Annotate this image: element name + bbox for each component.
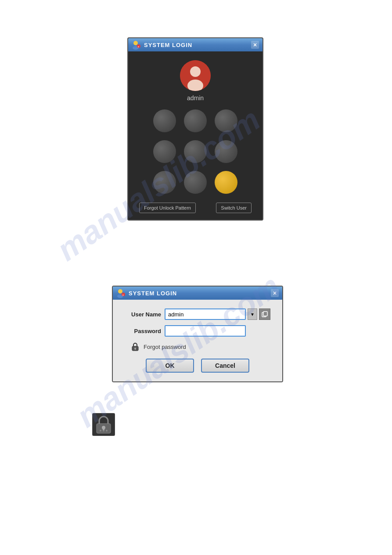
password-title-icon: + xyxy=(116,288,126,298)
username-dropdown-arrow[interactable]: ▼ xyxy=(248,308,257,320)
cancel-button[interactable]: Cancel xyxy=(201,359,249,373)
password-dialog-body: User Name ▼ Password xyxy=(113,300,282,381)
title-icon: + xyxy=(132,40,141,50)
pattern-dot-2[interactable] xyxy=(215,109,237,132)
svg-point-20 xyxy=(100,430,101,432)
password-login-dialog: + SYSTEM LOGIN × User Name ▼ Passwor xyxy=(112,286,283,382)
password-row: Password xyxy=(122,325,273,337)
username-input-wrapper: ▼ xyxy=(165,308,273,320)
svg-text:+: + xyxy=(138,45,140,48)
standalone-lock-svg xyxy=(92,413,115,436)
username-input[interactable] xyxy=(165,308,246,320)
pattern-dialog-title: SYSTEM LOGIN xyxy=(144,42,192,48)
copy-icon[interactable] xyxy=(259,308,270,320)
switch-user-button[interactable]: Switch User xyxy=(216,203,252,213)
forgot-password-link[interactable]: Forgot password xyxy=(144,344,186,350)
svg-point-21 xyxy=(103,430,104,432)
svg-point-22 xyxy=(106,430,108,432)
pattern-dialog-close[interactable]: × xyxy=(251,41,259,49)
password-dialog-close[interactable]: × xyxy=(271,289,279,297)
pattern-footer: Forgot Unlock Pattern Switch User xyxy=(137,203,254,213)
svg-rect-15 xyxy=(135,348,136,350)
username-label: User Name xyxy=(122,311,161,318)
svg-text:+: + xyxy=(122,294,124,296)
pattern-dot-1[interactable] xyxy=(184,109,207,132)
copy-svg xyxy=(262,311,268,317)
svg-point-5 xyxy=(190,66,201,77)
pattern-dot-6[interactable] xyxy=(153,171,176,194)
pattern-dialog-body: admin Forgot Unlock Pattern Switch User xyxy=(128,51,263,220)
forgot-password-row: Forgot password xyxy=(130,342,273,352)
title-left: + SYSTEM LOGIN xyxy=(132,40,192,50)
svg-rect-12 xyxy=(263,312,267,316)
pattern-dot-5[interactable] xyxy=(215,140,237,163)
password-input[interactable] xyxy=(165,325,246,337)
password-input-wrapper xyxy=(165,325,273,337)
password-dialog-titlebar: + SYSTEM LOGIN × xyxy=(113,287,282,300)
standalone-lock-icon xyxy=(92,413,115,436)
avatar xyxy=(180,60,211,91)
pattern-dot-7[interactable] xyxy=(184,171,207,194)
lock-icon xyxy=(130,342,140,352)
password-button-row: OK Cancel xyxy=(122,359,273,373)
pattern-grid xyxy=(153,109,237,194)
username-row: User Name ▼ xyxy=(122,308,273,320)
pattern-dot-4[interactable] xyxy=(184,140,207,163)
pattern-dialog-titlebar: + SYSTEM LOGIN × xyxy=(128,38,263,51)
password-title-left: + SYSTEM LOGIN xyxy=(116,288,177,298)
pattern-dot-3[interactable] xyxy=(153,140,176,163)
password-dialog-title: SYSTEM LOGIN xyxy=(129,290,177,297)
pattern-dot-8[interactable] xyxy=(215,171,237,194)
password-label: Password xyxy=(122,328,161,334)
pattern-login-dialog: + SYSTEM LOGIN × admin xyxy=(127,37,263,221)
avatar-icon xyxy=(180,60,211,91)
ok-button[interactable]: OK xyxy=(146,359,194,373)
pattern-dot-0[interactable] xyxy=(153,109,176,132)
forgot-unlock-pattern-button[interactable]: Forgot Unlock Pattern xyxy=(139,203,196,213)
svg-point-0 xyxy=(133,41,138,45)
svg-point-7 xyxy=(118,289,122,294)
username-display: admin xyxy=(187,94,204,102)
